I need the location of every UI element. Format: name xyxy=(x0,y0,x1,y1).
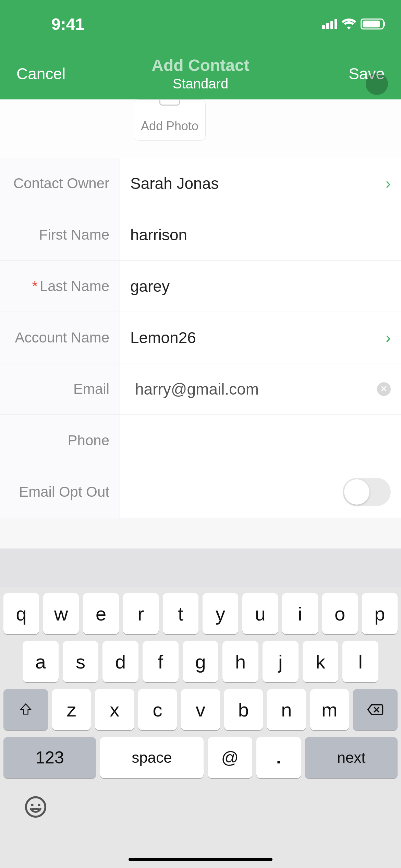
key-p[interactable]: p xyxy=(362,593,398,634)
key-l[interactable]: l xyxy=(342,641,378,682)
key-backspace[interactable] xyxy=(353,689,398,730)
account-name-label: Account Name xyxy=(0,312,120,363)
keyboard-suggestions xyxy=(0,548,401,587)
key-n[interactable]: n xyxy=(267,689,306,730)
key-a[interactable]: a xyxy=(23,641,59,682)
camera-icon xyxy=(159,99,180,106)
add-photo-button[interactable]: Add Photo xyxy=(134,99,206,141)
chevron-right-icon: › xyxy=(386,175,391,192)
signal-icon xyxy=(322,19,337,29)
add-photo-label: Add Photo xyxy=(141,119,198,133)
key-at[interactable]: @ xyxy=(208,737,252,778)
phone-row[interactable]: Phone xyxy=(0,415,401,466)
contact-owner-label: Contact Owner xyxy=(0,158,120,209)
contact-owner-row[interactable]: Contact Owner Sarah Jonas › xyxy=(0,158,401,209)
account-name-row[interactable]: Account Name Lemon26 › xyxy=(0,312,401,363)
key-j[interactable]: j xyxy=(263,641,299,682)
first-name-input[interactable] xyxy=(130,226,391,244)
svg-point-0 xyxy=(26,797,46,817)
phone-input[interactable] xyxy=(130,431,391,450)
key-s[interactable]: s xyxy=(63,641,99,682)
key-z[interactable]: z xyxy=(52,689,91,730)
status-time: 9:41 xyxy=(17,15,84,34)
key-r[interactable]: r xyxy=(123,593,159,634)
keyboard-row-1: q w e r t y u i o p xyxy=(3,593,398,634)
key-t[interactable]: t xyxy=(163,593,198,634)
status-bar: 9:41 xyxy=(0,0,401,48)
nav-title: Add Contact xyxy=(151,56,249,75)
key-123[interactable]: 123 xyxy=(3,737,96,778)
last-name-row[interactable]: *Last Name xyxy=(0,261,401,312)
key-o[interactable]: o xyxy=(322,593,358,634)
first-name-label: First Name xyxy=(0,209,120,260)
svg-point-2 xyxy=(38,804,40,806)
email-label: Email xyxy=(0,363,120,414)
key-f[interactable]: f xyxy=(143,641,179,682)
email-opt-out-toggle[interactable] xyxy=(343,478,391,506)
save-button[interactable]: Save xyxy=(349,64,385,83)
nav-title-group: Add Contact Standard xyxy=(151,56,249,92)
key-x[interactable]: x xyxy=(95,689,134,730)
nav-bar: Cancel Add Contact Standard Save xyxy=(0,48,401,99)
key-k[interactable]: k xyxy=(303,641,339,682)
form-area: Add Photo Contact Owner Sarah Jonas › Fi… xyxy=(0,99,401,518)
key-u[interactable]: u xyxy=(242,593,278,634)
key-v[interactable]: v xyxy=(181,689,220,730)
nav-subtitle: Standard xyxy=(151,75,249,92)
keyboard-row-2: a s d f g h j k l xyxy=(3,641,398,682)
chevron-right-icon: › xyxy=(386,329,391,346)
status-icons xyxy=(322,19,384,29)
key-d[interactable]: d xyxy=(102,641,138,682)
key-w[interactable]: w xyxy=(43,593,79,634)
account-name-value: Lemon26 xyxy=(130,328,196,347)
key-shift[interactable] xyxy=(3,689,48,730)
key-c[interactable]: c xyxy=(138,689,177,730)
key-h[interactable]: h xyxy=(222,641,258,682)
key-y[interactable]: y xyxy=(203,593,238,634)
keyboard-row-3: z x c v b n m xyxy=(3,689,398,730)
touch-indicator xyxy=(366,73,388,95)
home-indicator[interactable] xyxy=(129,858,272,861)
key-dot[interactable]: . xyxy=(256,737,301,778)
key-i[interactable]: i xyxy=(282,593,318,634)
email-opt-out-label: Email Opt Out xyxy=(0,466,120,518)
last-name-label: *Last Name xyxy=(0,261,120,312)
key-space[interactable]: space xyxy=(100,737,204,778)
key-q[interactable]: q xyxy=(3,593,39,634)
email-row[interactable]: Email ✕ xyxy=(0,363,401,415)
battery-icon xyxy=(361,19,384,29)
wifi-icon xyxy=(341,19,356,29)
email-input[interactable] xyxy=(130,380,391,398)
last-name-input[interactable] xyxy=(130,277,391,296)
key-g[interactable]: g xyxy=(183,641,219,682)
key-m[interactable]: m xyxy=(310,689,349,730)
key-next[interactable]: next xyxy=(305,737,398,778)
clear-email-button[interactable]: ✕ xyxy=(377,382,391,396)
phone-label: Phone xyxy=(0,415,120,466)
key-b[interactable]: b xyxy=(224,689,263,730)
key-e[interactable]: e xyxy=(83,593,119,634)
contact-owner-value: Sarah Jonas xyxy=(130,174,219,193)
keyboard-row-4: 123 space @ . next xyxy=(3,737,398,778)
first-name-row[interactable]: First Name xyxy=(0,209,401,261)
keyboard-area: q w e r t y u i o p a s d f g h j k l z … xyxy=(0,548,401,868)
cancel-button[interactable]: Cancel xyxy=(16,64,65,83)
svg-point-1 xyxy=(31,804,33,806)
email-opt-out-row: Email Opt Out xyxy=(0,466,401,518)
emoji-button[interactable] xyxy=(24,795,47,823)
